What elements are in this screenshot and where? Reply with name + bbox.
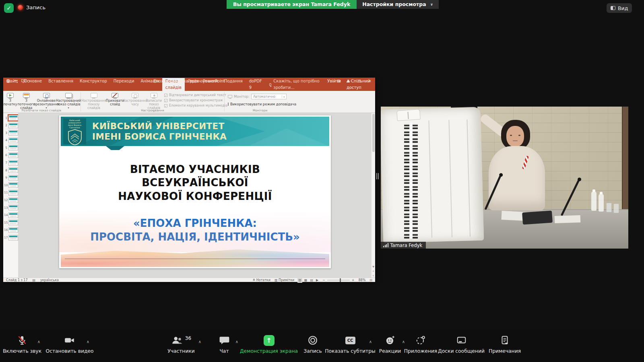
tell-me-box[interactable]: Скажіть, що потрібно зробити... bbox=[265, 78, 328, 91]
ppt-tab-7[interactable]: Показ слайдів bbox=[162, 78, 185, 91]
rehearse-timings-button[interactable]: Настроювання часу bbox=[124, 92, 146, 107]
security-shield-icon[interactable]: ✓ bbox=[4, 3, 14, 13]
spellcheck-icon[interactable]: ▤ bbox=[32, 278, 35, 282]
slide-thumb-preview[interactable] bbox=[8, 212, 18, 218]
slideshow-view-icon[interactable]: ▶ bbox=[316, 278, 318, 282]
zoom-level[interactable]: 88% bbox=[359, 278, 366, 282]
ppt-tab-2[interactable]: Основне bbox=[21, 78, 45, 91]
chevron-up-icon[interactable]: ∧ bbox=[198, 339, 201, 344]
slide-thumb-preview[interactable] bbox=[8, 220, 18, 225]
hide-slide-button[interactable]: Приховати слайд bbox=[106, 92, 124, 107]
view-settings-button[interactable]: Настройки просмотра ∨ bbox=[357, 0, 439, 9]
setup-slideshow-button[interactable]: Настроювання показу слайдів bbox=[82, 92, 106, 110]
slide-thumbnail-7[interactable]: 7 bbox=[4, 160, 18, 166]
slide-thumbnail-5[interactable]: 5 bbox=[4, 145, 18, 150]
ppt-tab-1[interactable]: Файл bbox=[3, 78, 21, 91]
custom-slideshow-button[interactable]: Настроюваний показ слайдів bbox=[57, 92, 80, 109]
slide-thumbnail-10[interactable]: 10 bbox=[4, 182, 18, 188]
slide-thumbnail-4[interactable]: 4 bbox=[4, 138, 18, 143]
ppt-tab-8[interactable]: Рецензування bbox=[185, 78, 221, 91]
slide-thumbnail-16[interactable]: 16 bbox=[4, 227, 18, 233]
notes-button[interactable]: Примечания bbox=[485, 334, 524, 360]
slide-thumbnail-8[interactable]: 8 bbox=[4, 167, 18, 173]
chevron-up-icon[interactable]: ∧ bbox=[87, 339, 89, 344]
language-label[interactable]: українська bbox=[40, 278, 59, 282]
zoom-in-icon[interactable]: + bbox=[352, 278, 355, 282]
slide-thumb-preview[interactable] bbox=[8, 205, 18, 210]
video-tile-tamara-fedyk[interactable]: Tamara Fedyk bbox=[381, 107, 628, 249]
zoom-slider[interactable] bbox=[327, 280, 350, 280]
from-beginning-button[interactable]: З початку bbox=[3, 92, 17, 107]
notes-toggle[interactable]: ≜ Нотатки bbox=[252, 278, 270, 282]
normal-view-icon[interactable]: ▥ bbox=[298, 278, 301, 282]
slide-thumb-preview[interactable] bbox=[8, 235, 18, 241]
share-button[interactable]: Спільний доступ bbox=[347, 78, 371, 91]
reading-view-icon[interactable]: ▤ bbox=[310, 278, 313, 282]
slide-thumb-preview[interactable] bbox=[8, 227, 18, 233]
slide-thumbnail-11[interactable]: 11 bbox=[4, 190, 18, 195]
chat-button[interactable]: ∧ Чат bbox=[206, 334, 242, 360]
water-bottle bbox=[591, 191, 597, 211]
comments-toggle[interactable]: ▥ Примітки bbox=[275, 278, 294, 282]
slide-thumbnail-14[interactable]: 14 bbox=[4, 212, 18, 218]
chevron-up-icon[interactable]: ∧ bbox=[369, 339, 372, 344]
next-slide-icon[interactable]: ∨ bbox=[372, 274, 374, 277]
slide-thumb-preview[interactable] bbox=[8, 190, 18, 195]
checkbox-play-narrations[interactable]: ✓Відтворювати дикторський текст bbox=[164, 93, 227, 97]
chevron-down-icon: ▾ bbox=[282, 95, 286, 98]
slide-thumb-preview[interactable] bbox=[8, 145, 18, 150]
checkbox-media-controls[interactable]: ✓Елементи керування мультимедіа bbox=[164, 104, 227, 107]
slide-thumbnail-12[interactable]: 12 bbox=[4, 197, 18, 203]
slide-thumb-preview[interactable] bbox=[8, 123, 18, 128]
slide-thumb-preview[interactable] bbox=[8, 182, 18, 188]
slide-thumbnail-13[interactable]: 13 bbox=[4, 205, 18, 210]
participants-button[interactable]: 36 ∧ Участники bbox=[158, 334, 204, 360]
slide-thumb-preview[interactable] bbox=[8, 175, 18, 181]
slide-thumb-preview[interactable] bbox=[8, 197, 18, 203]
slide-thumbnail-9[interactable]: 9 bbox=[4, 175, 18, 181]
ppt-tab-4[interactable]: Конструктор bbox=[76, 78, 110, 91]
view-button[interactable]: Вид bbox=[607, 3, 632, 13]
captions-button[interactable]: CC ∧ Показать субтитры bbox=[328, 334, 373, 360]
chevron-up-icon[interactable]: ∧ bbox=[37, 339, 40, 344]
present-online-button[interactable]: Онлайнове презентування bbox=[35, 92, 57, 109]
ppt-tab-5[interactable]: Переходи bbox=[110, 78, 138, 91]
slide-scrollbar[interactable]: ▼ ∧ ∨ bbox=[371, 113, 375, 278]
checkbox-presenter-view[interactable]: Використовувати режим доповідача bbox=[228, 102, 293, 106]
sign-in-link[interactable]: Увійти bbox=[327, 78, 341, 91]
zoom-out-icon[interactable]: − bbox=[322, 278, 325, 282]
scrollbar-thumb[interactable] bbox=[372, 114, 375, 152]
slide-thumb-preview[interactable] bbox=[8, 138, 18, 143]
slide-thumbnail-6[interactable]: 6 bbox=[4, 152, 18, 158]
slide-thumbnail-15[interactable]: 15 bbox=[4, 220, 18, 225]
panel-resize-handle[interactable] bbox=[376, 173, 380, 179]
share-screen-button[interactable]: ↑ Демонстрация экрана bbox=[241, 334, 297, 360]
scroll-down-icon[interactable]: ▼ bbox=[372, 265, 374, 268]
reactions-button[interactable]: ∧ Реакции bbox=[374, 334, 406, 360]
slide-thumbnail-2[interactable]: 2 bbox=[4, 123, 18, 128]
checkbox-use-timings[interactable]: ✓Використовувати хронометраж bbox=[164, 99, 227, 102]
slide-thumbnail-3[interactable]: 3 bbox=[4, 130, 18, 136]
from-current-slide-button[interactable]: З поточного слайда bbox=[17, 92, 35, 110]
ppt-tab-6[interactable]: Анімація bbox=[137, 78, 162, 91]
ppt-tab-3[interactable]: Вставлення bbox=[45, 78, 76, 91]
fit-slide-icon[interactable]: ⊡ bbox=[369, 278, 372, 282]
slide-thumb-preview[interactable] bbox=[8, 152, 18, 158]
slide-thumb-preview[interactable] bbox=[8, 115, 18, 121]
stop-video-button[interactable]: ∧ Остановить видео bbox=[43, 334, 96, 360]
whiteboards-button[interactable]: Доски сообщений bbox=[439, 334, 484, 360]
unmute-button[interactable]: ∧ Включить звук bbox=[0, 334, 44, 360]
slide-thumbnail-17[interactable]: 17 bbox=[4, 235, 18, 241]
slide-thumb-preview[interactable] bbox=[8, 130, 18, 136]
chevron-up-icon[interactable]: ∧ bbox=[235, 339, 238, 344]
record-button[interactable]: Запись bbox=[299, 334, 327, 360]
ppt-tab-10[interactable]: doPDF 9 bbox=[246, 78, 265, 91]
apps-button[interactable]: Приложения bbox=[404, 334, 437, 360]
previous-slide-icon[interactable]: ∧ bbox=[372, 269, 374, 272]
slide-thumbnail-1[interactable]: 1 bbox=[4, 115, 18, 121]
slide-thumb-preview[interactable] bbox=[8, 160, 18, 166]
slide-thumb-preview[interactable] bbox=[8, 167, 18, 173]
monitor-select[interactable]: Автоматично ▾ bbox=[251, 94, 287, 99]
slide-sorter-icon[interactable]: ▦ bbox=[304, 278, 308, 282]
ppt-tab-9[interactable]: Подання bbox=[221, 78, 246, 91]
